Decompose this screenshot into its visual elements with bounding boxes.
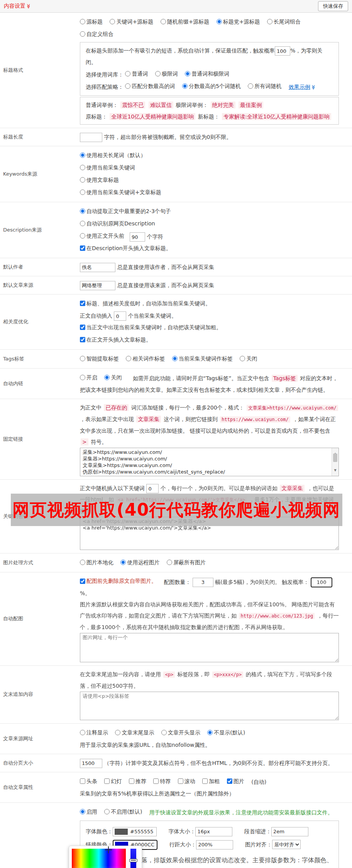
radio-input[interactable] — [110, 19, 115, 24]
radio-input[interactable] — [267, 19, 272, 24]
indent-input[interactable] — [271, 827, 308, 836]
append-content-textarea[interactable] — [80, 692, 339, 720]
radio-keyword-plus-title[interactable]: 关键词+源标题 — [110, 16, 153, 27]
radio-clickbait-plus-title[interactable]: 标题党+源标题 — [217, 16, 260, 27]
radio-input[interactable] — [80, 177, 85, 183]
radio-keyword-plus-article-title[interactable]: 使用当前采集关键词+文章标题 — [80, 186, 161, 198]
radio-smart-tags[interactable]: 智能提取标签 — [80, 353, 119, 364]
radio-custom-combo[interactable]: 自定义组合 — [80, 28, 113, 40]
checkbox-input[interactable] — [153, 778, 159, 784]
radio-input[interactable] — [80, 375, 85, 380]
radio-input[interactable] — [161, 730, 167, 735]
checkbox-special-recommend[interactable]: 特荐 — [153, 775, 171, 787]
radio-prefix-plus-title[interactable]: 随机前缀+源标题 — [161, 16, 210, 27]
radio-both-words[interactable]: 普通词和极限词 — [185, 68, 229, 80]
radio-typesetting-on[interactable]: 启用 — [80, 806, 97, 817]
default-source-input[interactable] — [80, 281, 115, 290]
radio-input[interactable] — [80, 19, 85, 24]
radio-input[interactable] — [80, 560, 85, 565]
checkbox-bold[interactable]: 加粗 — [202, 775, 220, 787]
checkbox-scroll[interactable]: 滚动 — [178, 775, 195, 787]
checkbox-input[interactable] — [80, 301, 85, 306]
radio-input[interactable] — [80, 31, 85, 37]
radio-input[interactable] — [120, 560, 126, 565]
checkbox-insert-title-at-start[interactable]: 在正文开头插入文章标题。 — [80, 334, 151, 345]
radio-original-description[interactable]: 自动识别原网页Description — [80, 218, 155, 229]
image-align-select[interactable]: 居中对齐 — [272, 840, 301, 849]
radio-input[interactable] — [161, 19, 166, 24]
radio-input[interactable] — [80, 221, 85, 226]
radio-input[interactable] — [80, 809, 85, 814]
checkbox-add-keyword-when-low-relevance[interactable]: 标题、描述相关度低时，自动添加当前采集关键词。 — [80, 298, 211, 309]
checkbox-input[interactable] — [80, 579, 85, 584]
checkbox-bold-keyword[interactable]: 当正文中出现当前采集关键词时，自动把该关键词加粗。 — [80, 321, 222, 333]
checkbox-headline[interactable]: 头条 — [80, 775, 97, 787]
radio-top5-random[interactable]: 分数最高的5个词随机 — [182, 80, 241, 92]
radio-input[interactable] — [125, 83, 130, 89]
radio-input[interactable] — [167, 560, 172, 565]
clickbait-probability-input[interactable] — [275, 46, 290, 56]
radio-highest-score[interactable]: 匹配分数最高的词 — [125, 80, 175, 92]
checkbox-input[interactable] — [104, 778, 110, 784]
checkbox-input[interactable] — [80, 778, 85, 784]
checkbox-recommend[interactable]: 推荐 — [129, 775, 146, 787]
radio-input[interactable] — [104, 375, 110, 380]
radio-current-keyword[interactable]: 使用当前采集关键词 — [80, 162, 135, 173]
radio-article-start-display[interactable]: 文章开头显示 — [161, 727, 200, 738]
radio-input[interactable] — [217, 19, 222, 24]
font-color-swatch[interactable] — [115, 829, 128, 835]
radio-input[interactable] — [80, 356, 85, 361]
font-color-input[interactable] — [129, 828, 156, 835]
radio-source-title[interactable]: 源标题 — [80, 16, 103, 27]
font-color-input-wrap[interactable] — [113, 827, 157, 836]
checkbox-input[interactable] — [227, 778, 232, 784]
radio-typesetting-off[interactable]: 不启用(默认) — [104, 806, 142, 817]
checkbox-input[interactable] — [80, 337, 85, 342]
radio-input[interactable] — [172, 356, 178, 361]
checkbox-input[interactable] — [202, 778, 208, 784]
font-size-input[interactable] — [195, 827, 232, 836]
title-length-input[interactable] — [80, 133, 102, 142]
radio-input[interactable] — [80, 165, 85, 170]
radio-normal-words[interactable]: 普通词 — [125, 68, 148, 80]
radio-input[interactable] — [185, 71, 190, 76]
collapse-chevron-icon[interactable]: ≫ — [26, 4, 31, 9]
checkbox-insert-title-in-description[interactable]: 在Description开头插入文章标题。 — [80, 242, 171, 254]
color-crosshair-icon[interactable] — [105, 846, 112, 853]
fixed-links-textarea[interactable]: 采集>https://www.ucaiyun.com/ 采集器>https://… — [80, 448, 339, 476]
description-chars-input[interactable] — [130, 232, 145, 242]
illustration-probability-input[interactable] — [311, 577, 332, 587]
hue-slider-bar[interactable] — [130, 849, 136, 868]
radio-related-longtail[interactable]: 使用相关长尾词（默认） — [80, 149, 146, 161]
checkbox-input[interactable] — [80, 325, 85, 330]
radio-auto-extract-sentences[interactable]: 自动提取正文中最重要的2-3个句子 — [80, 205, 171, 217]
quick-save-button[interactable]: 快速保存 — [318, 1, 348, 11]
radio-article-end-display[interactable]: 文章末尾显示 — [115, 727, 154, 738]
radio-input[interactable] — [115, 730, 120, 735]
illustration-count-input[interactable] — [193, 578, 213, 587]
radio-input[interactable] — [80, 233, 85, 239]
radio-localize-images[interactable]: 图片本地化 — [80, 557, 113, 568]
radio-remote-images[interactable]: 使用远程图片 — [120, 557, 159, 568]
pagination-size-input[interactable] — [80, 759, 102, 768]
insert-keyword-count-input[interactable] — [114, 311, 126, 321]
radio-input[interactable] — [80, 208, 85, 214]
checkbox-input[interactable] — [129, 778, 134, 784]
radio-internal-links-off[interactable]: 关闭 — [104, 372, 122, 383]
radio-tags-off[interactable]: 关闭 — [240, 353, 257, 364]
hue-slider-handle[interactable] — [129, 859, 137, 862]
image-urls-textarea[interactable] — [80, 633, 339, 662]
radio-input[interactable] — [155, 71, 161, 76]
radio-input[interactable] — [248, 83, 253, 89]
radio-input[interactable] — [207, 730, 213, 735]
checkbox-input[interactable] — [178, 778, 183, 784]
default-author-input[interactable] — [80, 263, 115, 272]
radio-input[interactable] — [125, 71, 130, 76]
radio-current-keyword-tags[interactable]: 当前采集关键词作标签 — [172, 353, 233, 364]
radio-block-images[interactable]: 屏蔽所有图片 — [167, 557, 206, 568]
radio-input[interactable] — [126, 356, 131, 361]
keyword-density-count-input[interactable] — [146, 484, 159, 493]
radio-comment-display[interactable]: 注释显示 — [80, 727, 108, 738]
radio-input[interactable] — [240, 356, 245, 361]
radio-extreme-words[interactable]: 极限词 — [155, 68, 178, 80]
